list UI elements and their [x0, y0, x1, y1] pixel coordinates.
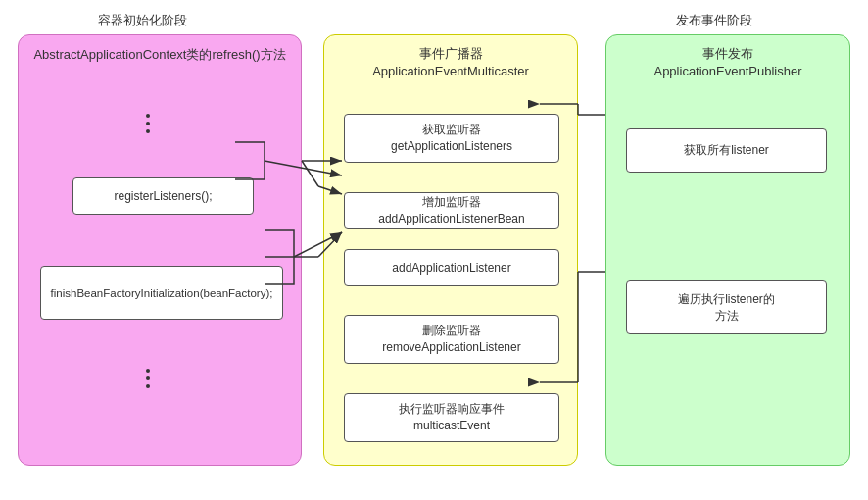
finish-bean-factory-box: finishBeanFactoryInitialization(beanFact… [40, 266, 283, 320]
dot [146, 369, 150, 373]
right-panel-title: 事件发布 ApplicationEventPublisher [606, 45, 849, 80]
phase-label-right: 发布事件阶段 [676, 12, 752, 29]
svg-line-3 [302, 161, 318, 186]
dots-bottom [146, 369, 150, 388]
phase-label-left: 容器初始化阶段 [98, 12, 187, 29]
dot [146, 376, 150, 380]
dots-top [146, 114, 150, 133]
right-panel: 事件发布 ApplicationEventPublisher 获取所有liste… [605, 34, 850, 466]
add-listener-bean-box: 增加监听器 addApplicationListenerBean [344, 192, 559, 229]
diagram-container: 容器初始化阶段 发布事件阶段 AbstractApplicationContex… [0, 0, 868, 500]
iterate-listener-text: 遍历执行listener的 方法 [678, 291, 775, 325]
middle-panel-title: 事件广播器 ApplicationEventMulticaster [324, 45, 577, 80]
middle-panel: 事件广播器 ApplicationEventMulticaster 获取监听器 … [323, 34, 578, 466]
dot [146, 122, 150, 125]
register-listeners-box: registerListeners(); [72, 177, 254, 215]
dot [146, 129, 150, 133]
get-all-listeners-box: 获取所有listener [626, 128, 827, 173]
left-panel: AbstractApplicationContext类的refresh()方法 … [18, 34, 302, 466]
iterate-listener-box: 遍历执行listener的 方法 [626, 280, 827, 334]
dot [146, 114, 150, 118]
multicast-event-box: 执行监听器响应事件 multicastEvent [344, 393, 559, 442]
dot [146, 384, 150, 388]
add-listener-box: addApplicationListener [344, 249, 559, 286]
remove-listener-box: 删除监听器 removeApplicationListener [344, 315, 559, 364]
get-listeners-box: 获取监听器 getApplicationListeners [344, 114, 559, 163]
left-panel-title: AbstractApplicationContext类的refresh()方法 [19, 47, 301, 64]
